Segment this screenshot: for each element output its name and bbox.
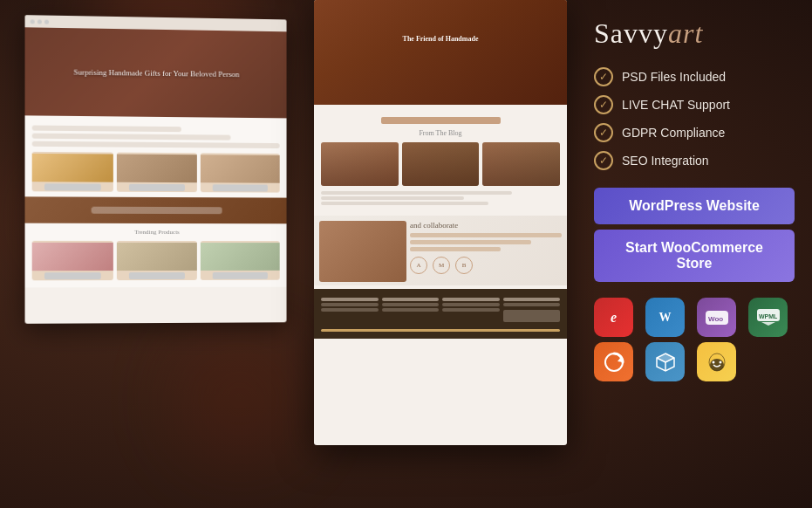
middle-hero-text: The Friend of Handmade bbox=[403, 35, 479, 43]
collab-strip-2 bbox=[410, 240, 531, 244]
footer-strip-3 bbox=[321, 308, 379, 312]
blog-2-overlay bbox=[402, 142, 480, 186]
middle-hero-bg bbox=[314, 0, 567, 105]
product-img-2 bbox=[117, 154, 197, 182]
footer-strip-5 bbox=[382, 303, 440, 306]
footer-bottom-bar bbox=[321, 329, 560, 332]
trending-img-2 bbox=[117, 242, 197, 270]
plugin-elementor[interactable]: e bbox=[594, 298, 633, 337]
check-icon-0: ✓ bbox=[594, 67, 613, 86]
footer-strip-7 bbox=[442, 298, 500, 301]
cta-buttons: WordPress Website Start WooCommerce Stor… bbox=[594, 188, 795, 282]
wordpress-cta-button[interactable]: WordPress Website bbox=[594, 188, 795, 224]
product-grid bbox=[32, 152, 280, 193]
product-img-3 bbox=[201, 154, 280, 182]
trending-3 bbox=[201, 241, 280, 280]
product-label-3 bbox=[213, 184, 269, 191]
blog-section-label: From The Blog bbox=[321, 129, 560, 137]
trending-img-3 bbox=[201, 243, 280, 271]
footer-strip-9 bbox=[442, 308, 500, 312]
trending-label: Trending Products bbox=[32, 229, 280, 236]
trending-grid bbox=[32, 241, 280, 280]
website-mockup-middle: The Friend of Handmade From The Blog and… bbox=[314, 0, 567, 445]
content-strip-1 bbox=[32, 126, 182, 133]
blog-strips bbox=[321, 191, 560, 205]
trending-1 bbox=[32, 241, 113, 280]
banner-text-strip bbox=[92, 207, 222, 214]
browser-dot-3 bbox=[44, 19, 49, 24]
brand-logos: A M B bbox=[410, 257, 562, 274]
footer-strip-4 bbox=[382, 298, 440, 301]
footer-col-1 bbox=[321, 296, 379, 322]
plugin-woocommerce[interactable]: Woo bbox=[697, 298, 736, 337]
blog-grid bbox=[321, 142, 560, 186]
blog-title-bar bbox=[381, 117, 501, 124]
footer-col-3 bbox=[442, 296, 500, 322]
revolution-icon-svg bbox=[602, 350, 626, 374]
product-label-2 bbox=[129, 183, 185, 190]
mockup-hero: Surprising Handmade Gifts for Your Belov… bbox=[25, 27, 287, 118]
product-2 bbox=[117, 153, 197, 193]
footer-strip-6 bbox=[382, 308, 440, 312]
product-1 bbox=[32, 152, 113, 192]
blog-1 bbox=[321, 142, 399, 186]
middle-content: From The Blog bbox=[314, 105, 567, 212]
svg-text:Woo: Woo bbox=[708, 315, 723, 323]
mailchimp-icon-svg bbox=[706, 351, 728, 374]
trending-label-1 bbox=[44, 272, 101, 279]
banner-strip bbox=[25, 196, 287, 223]
content-strip-3 bbox=[32, 141, 280, 148]
blog-strip-2 bbox=[321, 196, 464, 200]
plugin-wordpress[interactable]: W bbox=[645, 298, 685, 337]
brand-name-italic: art bbox=[668, 17, 703, 49]
footer-grid bbox=[321, 296, 560, 322]
collab-strip-3 bbox=[410, 247, 501, 251]
footer-strip-10 bbox=[503, 298, 561, 301]
woo-icon-svg: Woo bbox=[705, 310, 729, 326]
footer-strip-1 bbox=[321, 298, 379, 301]
elementor-icon-label: e bbox=[611, 310, 617, 326]
collab-title: and collaborate bbox=[410, 221, 562, 230]
trending-img-1 bbox=[32, 242, 113, 270]
svg-marker-4 bbox=[761, 322, 775, 326]
feature-item-1: ✓ LIVE CHAT Support bbox=[594, 95, 795, 114]
plugin-mailchimp[interactable] bbox=[697, 342, 736, 381]
plugin-wpml[interactable]: WPML bbox=[748, 298, 788, 337]
brand-logo-2: M bbox=[433, 257, 450, 274]
footer-col-2 bbox=[382, 296, 440, 322]
plugin-layerslider[interactable] bbox=[645, 342, 685, 381]
product-3 bbox=[201, 153, 280, 192]
feature-list: ✓ PSD Files Included ✓ LIVE CHAT Support… bbox=[594, 67, 795, 170]
footer-strip-8 bbox=[442, 303, 500, 306]
collab-section: and collaborate A M B bbox=[314, 216, 567, 285]
feature-item-3: ✓ SEO Integration bbox=[594, 151, 795, 170]
collab-strip-1 bbox=[410, 233, 562, 237]
feature-label-1: LIVE CHAT Support bbox=[622, 98, 730, 112]
woocommerce-cta-button[interactable]: Start WooCommerce Store bbox=[594, 230, 795, 282]
mockup-hero-text: Surprising Handmade Gifts for Your Belov… bbox=[69, 63, 243, 83]
wordpress-icon-label: W bbox=[659, 311, 672, 325]
product-label-1 bbox=[44, 183, 101, 190]
browser-dot-1 bbox=[31, 19, 35, 24]
blog-1-overlay bbox=[321, 142, 399, 186]
product-img-1 bbox=[32, 153, 113, 182]
right-panel: Savvyart ✓ PSD Files Included ✓ LIVE CHA… bbox=[594, 17, 795, 381]
footer-input bbox=[503, 310, 561, 322]
footer-col-4 bbox=[503, 296, 561, 322]
cube-icon-svg bbox=[654, 351, 677, 374]
trending-label-2 bbox=[129, 271, 185, 278]
blog-strip-3 bbox=[321, 202, 488, 205]
wpml-icon-svg: WPML bbox=[756, 308, 781, 327]
footer-strip-2 bbox=[321, 303, 379, 306]
plugin-icons-grid: e W Woo WPML bbox=[594, 298, 795, 381]
svg-point-14 bbox=[719, 360, 721, 363]
brand-logo-1: A bbox=[410, 257, 427, 274]
plugin-revolution[interactable] bbox=[594, 342, 633, 381]
svg-marker-7 bbox=[657, 354, 674, 362]
footer-strip-11 bbox=[503, 303, 561, 306]
mockup-content: Trending Products bbox=[25, 115, 287, 287]
screen-top-left: Surprising Handmade Gifts for Your Belov… bbox=[25, 15, 287, 324]
feature-item-0: ✓ PSD Files Included bbox=[594, 67, 795, 86]
feature-label-0: PSD Files Included bbox=[622, 70, 726, 84]
brand-title: Savvyart bbox=[594, 17, 795, 50]
